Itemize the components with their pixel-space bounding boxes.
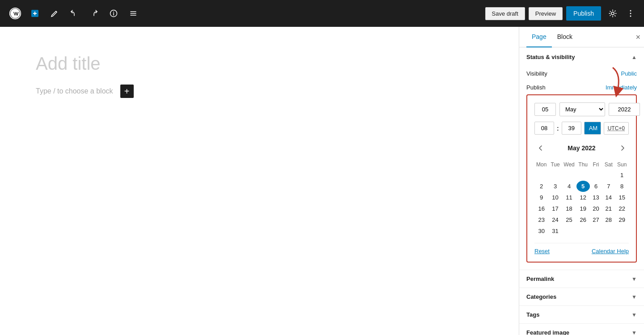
weekday-sat: Sat bbox=[602, 160, 615, 170]
cal-day[interactable]: 25 bbox=[562, 214, 576, 225]
ampm-group: AM PM bbox=[584, 122, 601, 135]
cal-day[interactable]: 29 bbox=[615, 214, 629, 225]
sidebar-tabs: Page Block × bbox=[519, 27, 644, 47]
cal-day[interactable]: 20 bbox=[590, 203, 602, 214]
cal-day[interactable]: 31 bbox=[548, 225, 562, 237]
section-tags-title: Tags bbox=[526, 311, 539, 318]
section-permalink-header[interactable]: Permalink ▼ bbox=[519, 270, 644, 288]
arrow-annotation bbox=[604, 65, 631, 101]
section-tags-header[interactable]: Tags ▼ bbox=[519, 306, 644, 323]
cal-day[interactable]: 5 bbox=[576, 181, 590, 192]
cal-day[interactable]: 23 bbox=[534, 214, 548, 225]
hour-input[interactable] bbox=[534, 122, 554, 135]
wp-logo[interactable] bbox=[7, 5, 23, 21]
cal-day[interactable]: 1 bbox=[615, 170, 629, 181]
minute-input[interactable] bbox=[562, 122, 581, 135]
preview-button[interactable]: Preview bbox=[529, 7, 563, 20]
sidebar: Page Block × Status & visibility ▲ Visib… bbox=[519, 27, 644, 335]
cal-day[interactable]: 19 bbox=[576, 203, 590, 214]
cal-day bbox=[590, 170, 602, 181]
cal-day[interactable]: 21 bbox=[602, 203, 615, 214]
section-permalink-toggle: ▼ bbox=[631, 276, 637, 282]
weekday-wed: Wed bbox=[562, 160, 576, 170]
cal-day[interactable]: 3 bbox=[548, 181, 562, 192]
month-select[interactable]: May January February March April June Ju… bbox=[559, 102, 605, 116]
svg-point-10 bbox=[630, 10, 631, 12]
section-featured-image: Featured image ▼ bbox=[519, 324, 644, 335]
cal-day[interactable]: 2 bbox=[534, 181, 548, 192]
section-featured-image-header[interactable]: Featured image ▼ bbox=[519, 324, 644, 335]
weekday-sun: Sun bbox=[615, 160, 629, 170]
redo-button[interactable] bbox=[86, 5, 102, 21]
cal-day[interactable]: 18 bbox=[562, 203, 576, 214]
undo-button[interactable] bbox=[66, 5, 82, 21]
year-input[interactable] bbox=[609, 103, 640, 116]
cal-day[interactable]: 27 bbox=[590, 214, 602, 225]
more-options-button[interactable] bbox=[624, 5, 637, 21]
add-block-inline-button[interactable]: + bbox=[120, 85, 134, 98]
placeholder-text: Type / to choose a block bbox=[36, 87, 113, 95]
section-categories-title: Categories bbox=[526, 293, 556, 300]
day-input[interactable] bbox=[534, 103, 556, 116]
calendar-grid: Mon Tue Wed Thu Fri Sat Sun 123456789101… bbox=[534, 160, 629, 237]
tab-page[interactable]: Page bbox=[526, 27, 552, 47]
cal-day[interactable]: 11 bbox=[562, 192, 576, 203]
cal-help-link[interactable]: Calendar Help bbox=[592, 248, 629, 254]
tab-block[interactable]: Block bbox=[552, 27, 578, 47]
section-categories-header[interactable]: Categories ▼ bbox=[519, 288, 644, 305]
cal-day[interactable]: 26 bbox=[576, 214, 590, 225]
cal-day bbox=[548, 170, 562, 181]
time-inputs: : AM PM UTC+0 bbox=[534, 122, 629, 135]
weekday-thu: Thu bbox=[576, 160, 590, 170]
cal-day[interactable]: 17 bbox=[548, 203, 562, 214]
cal-day[interactable]: 15 bbox=[615, 192, 629, 203]
sidebar-close-button[interactable]: × bbox=[636, 32, 640, 42]
section-status-visibility-header[interactable]: Status & visibility ▲ bbox=[519, 47, 644, 67]
cal-day[interactable]: 7 bbox=[602, 181, 615, 192]
cal-day[interactable]: 9 bbox=[534, 192, 548, 203]
cal-day[interactable]: 24 bbox=[548, 214, 562, 225]
add-block-icon: + bbox=[124, 86, 130, 97]
cal-prev-button[interactable] bbox=[534, 142, 547, 154]
publish-label: Publish bbox=[526, 84, 546, 91]
svg-point-12 bbox=[630, 16, 631, 17]
section-tags: Tags ▼ bbox=[519, 306, 644, 324]
cal-day[interactable]: 6 bbox=[590, 181, 602, 192]
section-permalink-title: Permalink bbox=[526, 276, 554, 282]
cal-day[interactable]: 14 bbox=[602, 192, 615, 203]
cal-day[interactable]: 4 bbox=[562, 181, 576, 192]
editor-title[interactable]: Add title bbox=[36, 54, 483, 74]
cal-day[interactable]: 8 bbox=[615, 181, 629, 192]
cal-day[interactable]: 30 bbox=[534, 225, 548, 237]
cal-day bbox=[534, 170, 548, 181]
save-draft-button[interactable]: Save draft bbox=[485, 7, 525, 20]
cal-day[interactable]: 12 bbox=[576, 192, 590, 203]
cal-day[interactable]: 22 bbox=[615, 203, 629, 214]
settings-button[interactable] bbox=[605, 5, 621, 21]
cal-day[interactable]: 10 bbox=[548, 192, 562, 203]
cal-day[interactable]: 28 bbox=[602, 214, 615, 225]
cal-day[interactable]: 16 bbox=[534, 203, 548, 214]
cal-day bbox=[615, 225, 629, 237]
cal-day bbox=[602, 170, 615, 181]
list-view-button[interactable] bbox=[125, 5, 141, 21]
section-status-visibility: Status & visibility ▲ Visibility Public … bbox=[519, 47, 644, 270]
weekday-mon: Mon bbox=[534, 160, 548, 170]
add-block-toolbar-button[interactable] bbox=[27, 5, 43, 21]
info-button[interactable] bbox=[106, 5, 122, 21]
cal-day bbox=[576, 225, 590, 237]
cal-day[interactable]: 13 bbox=[590, 192, 602, 203]
utc-button[interactable]: UTC+0 bbox=[604, 122, 629, 135]
cal-reset-link[interactable]: Reset bbox=[534, 248, 550, 254]
edit-button[interactable] bbox=[47, 5, 63, 21]
cal-day bbox=[562, 170, 576, 181]
date-inputs: May January February March April June Ju… bbox=[534, 102, 629, 116]
section-permalink: Permalink ▼ bbox=[519, 270, 644, 288]
section-featured-image-title: Featured image bbox=[526, 329, 569, 335]
am-button[interactable]: AM bbox=[585, 122, 601, 134]
section-status-toggle-icon: ▲ bbox=[631, 54, 637, 60]
cal-next-button[interactable] bbox=[616, 142, 629, 154]
section-featured-image-toggle: ▼ bbox=[631, 330, 637, 335]
cal-day bbox=[602, 225, 615, 237]
publish-button[interactable]: Publish bbox=[566, 6, 601, 21]
